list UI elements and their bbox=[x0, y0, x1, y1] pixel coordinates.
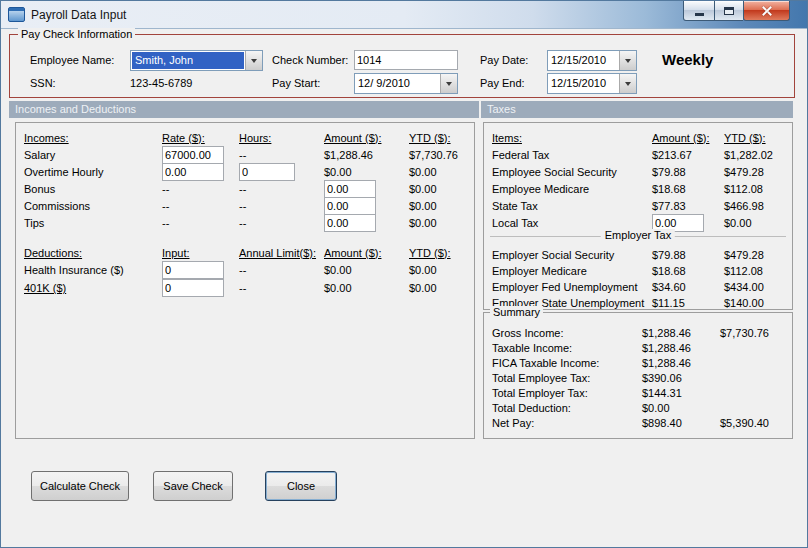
tax-row-employer-medicare: Employer Medicare $18.68 $112.08 bbox=[484, 263, 792, 279]
tax-name: Federal Tax bbox=[484, 149, 652, 161]
income-name: Overtime Hourly bbox=[16, 166, 162, 178]
tax-ytd: $434.00 bbox=[724, 281, 792, 293]
tax-amount: $34.60 bbox=[652, 281, 724, 293]
maximize-button[interactable] bbox=[715, 1, 743, 21]
tax-name: Employer Social Security bbox=[484, 249, 652, 261]
pay-start-picker[interactable]: 12/ 9/2010 bbox=[354, 73, 458, 94]
check-number-input[interactable] bbox=[354, 50, 458, 70]
summary-name: Total Employee Tax: bbox=[484, 372, 642, 384]
income-name: Bonus bbox=[16, 183, 162, 195]
tax-ytd: $112.08 bbox=[724, 265, 792, 277]
401k-input[interactable] bbox=[162, 279, 224, 297]
input-col-header: Input: bbox=[162, 247, 239, 259]
taxes-panel: Items: Amount ($): YTD ($): Federal Tax … bbox=[483, 122, 793, 310]
overtime-rate-input[interactable] bbox=[162, 163, 224, 181]
tax-amount: $18.68 bbox=[652, 265, 724, 277]
chevron-down-icon bbox=[446, 82, 452, 86]
tips-amount-input[interactable] bbox=[324, 214, 376, 232]
tax-amount: $18.68 bbox=[652, 183, 724, 195]
maximize-icon bbox=[724, 7, 734, 15]
tax-row-state: State Tax $77.83 $466.98 bbox=[484, 197, 792, 214]
income-ytd: $0.00 bbox=[409, 166, 474, 178]
tax-name: Employer Fed Unemployment bbox=[484, 281, 652, 293]
bonus-amount-input[interactable] bbox=[324, 180, 376, 198]
ytd-col-header: YTD ($): bbox=[409, 132, 474, 144]
income-row-commissions: Commissions -- -- $0.00 bbox=[16, 197, 474, 214]
tax-amount: $11.15 bbox=[652, 297, 724, 309]
summary-name: Total Deduction: bbox=[484, 402, 642, 414]
summary-row-deduction: Total Deduction: $0.00 bbox=[484, 400, 792, 415]
close-icon bbox=[761, 5, 773, 17]
summary-row-taxable: Taxable Income: $1,288.46 bbox=[484, 340, 792, 355]
commissions-amount-input[interactable] bbox=[324, 197, 376, 215]
pay-end-value: 12/15/2010 bbox=[548, 74, 619, 93]
pay-check-info-group: Pay Check Information Employee Name: Smi… bbox=[9, 34, 795, 98]
pay-start-arrow-button[interactable] bbox=[440, 74, 457, 93]
tax-name: Employee Social Security bbox=[484, 166, 652, 178]
app-icon bbox=[8, 7, 25, 22]
deduction-amount: $0.00 bbox=[324, 264, 409, 276]
employee-combo-arrow-button[interactable] bbox=[245, 51, 262, 70]
calculate-check-button[interactable]: Calculate Check bbox=[31, 471, 129, 501]
summary-row-employee-tax: Total Employee Tax: $390.06 bbox=[484, 370, 792, 385]
chevron-down-icon bbox=[625, 59, 631, 63]
summary-panel: Summary Gross Income: $1,288.46 $7,730.7… bbox=[483, 312, 793, 439]
tax-name: Local Tax bbox=[484, 217, 652, 229]
deduction-name: Health Insurance ($) bbox=[16, 264, 162, 276]
summary-name: Taxable Income: bbox=[484, 342, 642, 354]
income-row-bonus: Bonus -- -- $0.00 bbox=[16, 180, 474, 197]
pay-date-value: 12/15/2010 bbox=[548, 51, 619, 70]
ssn-label: SSN: bbox=[30, 77, 56, 89]
summary-amount: $0.00 bbox=[642, 402, 720, 414]
tax-ytd: $479.28 bbox=[724, 249, 792, 261]
tax-amount: $79.88 bbox=[652, 166, 724, 178]
income-rate: -- bbox=[162, 183, 239, 195]
annual-limit-col-header: Annual Limit($): bbox=[239, 247, 324, 259]
summary-amount: $1,288.46 bbox=[642, 327, 720, 339]
amount-col-header: Amount ($): bbox=[324, 247, 409, 259]
taxes-header-row: Items: Amount ($): YTD ($): bbox=[484, 129, 792, 146]
overtime-hours-input[interactable] bbox=[239, 163, 295, 181]
pay-date-picker[interactable]: 12/15/2010 bbox=[547, 50, 637, 71]
income-name: Salary bbox=[16, 149, 162, 161]
summary-amount: $144.31 bbox=[642, 387, 720, 399]
tax-name: Employee Medicare bbox=[484, 183, 652, 195]
income-hours: -- bbox=[239, 217, 324, 229]
income-amount: $1,288.46 bbox=[324, 149, 409, 161]
pay-end-picker[interactable]: 12/15/2010 bbox=[547, 73, 637, 94]
income-row-tips: Tips -- -- $0.00 bbox=[16, 214, 474, 231]
employee-name-combo[interactable]: Smith, John bbox=[130, 50, 263, 71]
employer-tax-label: Employer Tax bbox=[601, 229, 675, 241]
tax-name: State Tax bbox=[484, 200, 652, 212]
minimize-button[interactable] bbox=[683, 1, 715, 21]
taxes-section-header: Taxes bbox=[481, 101, 793, 118]
pay-date-arrow-button[interactable] bbox=[619, 51, 636, 70]
window-title: Payroll Data Input bbox=[31, 8, 126, 22]
deduction-401k-link[interactable]: 401K ($) bbox=[16, 282, 162, 294]
close-button[interactable]: Close bbox=[265, 471, 337, 501]
health-insurance-input[interactable] bbox=[162, 261, 224, 279]
deduction-amount: $0.00 bbox=[324, 282, 409, 294]
deduction-limit: -- bbox=[239, 282, 324, 294]
window-controls bbox=[683, 1, 790, 21]
tax-ytd: $1,282.02 bbox=[724, 149, 792, 161]
save-check-button[interactable]: Save Check bbox=[153, 471, 233, 501]
ytd-col-header: YTD ($): bbox=[724, 132, 792, 144]
close-window-button[interactable] bbox=[743, 1, 790, 21]
income-row-salary: Salary -- $1,288.46 $7,730.76 bbox=[16, 146, 474, 163]
income-ytd: $0.00 bbox=[409, 183, 474, 195]
payroll-window: Payroll Data Input Pay Check Information… bbox=[0, 0, 808, 548]
tax-ytd: $479.28 bbox=[724, 166, 792, 178]
deduction-ytd: $0.00 bbox=[409, 264, 474, 276]
employee-name-value: Smith, John bbox=[132, 52, 244, 69]
summary-amount: $1,288.46 bbox=[642, 342, 720, 354]
minimize-icon bbox=[695, 13, 704, 16]
salary-rate-input[interactable] bbox=[162, 146, 224, 164]
summary-ytd: $7,730.76 bbox=[720, 327, 792, 339]
summary-amount: $898.40 bbox=[642, 417, 720, 429]
deduction-row-401k: 401K ($) -- $0.00 $0.00 bbox=[16, 279, 474, 297]
pay-end-arrow-button[interactable] bbox=[619, 74, 636, 93]
deductions-col-header: Deductions: bbox=[16, 247, 162, 259]
summary-row-employer-tax: Total Employer Tax: $144.31 bbox=[484, 385, 792, 400]
pay-end-label: Pay End: bbox=[480, 77, 525, 89]
